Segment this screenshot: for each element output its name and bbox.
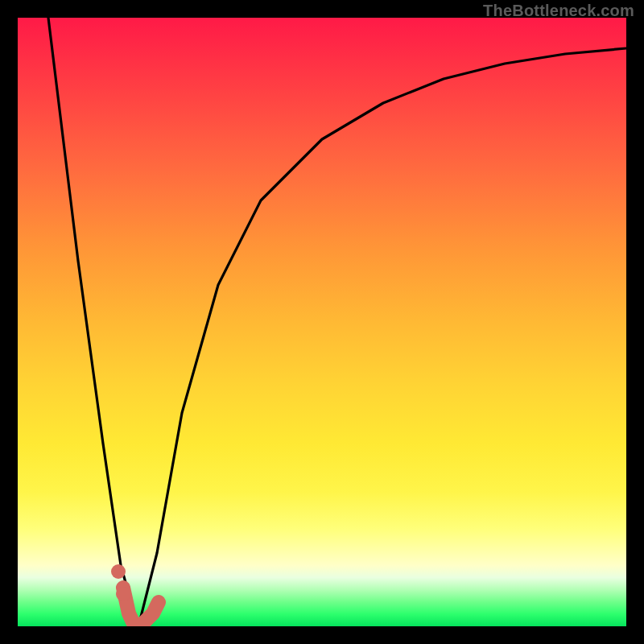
bottleneck-curve	[48, 18, 626, 626]
plot-area	[18, 18, 626, 626]
chart-frame: TheBottleneck.com	[0, 0, 644, 644]
dot-lower	[116, 587, 130, 601]
curve-layer	[18, 18, 626, 626]
dot-upper	[111, 564, 126, 579]
